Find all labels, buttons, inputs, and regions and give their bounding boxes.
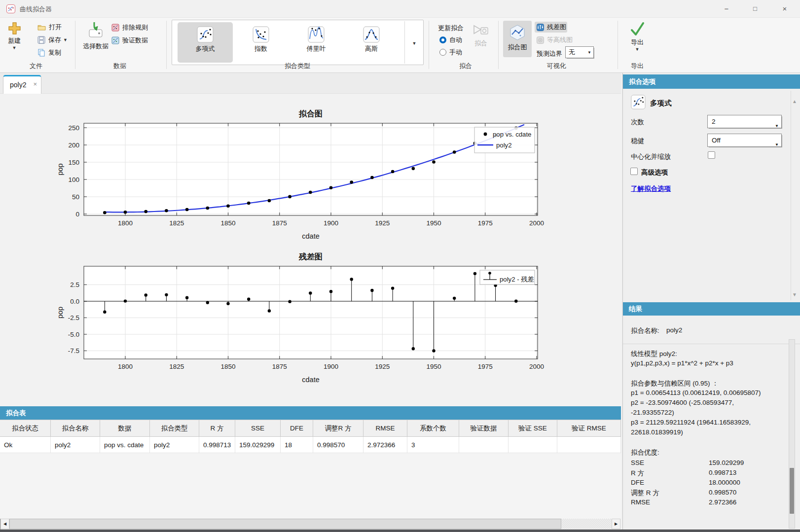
table-cell: 18 xyxy=(281,437,313,453)
residual-point xyxy=(453,297,456,300)
svg-text:pop vs. cdate: pop vs. cdate xyxy=(493,131,531,138)
fit-type-4-button[interactable]: 高斯 xyxy=(344,22,399,63)
new-label: 新建 xyxy=(4,36,25,45)
select-data-icon xyxy=(86,21,106,40)
open-button[interactable]: 打开 xyxy=(37,23,62,32)
table-horizontal-scrollbar[interactable]: ◀ ▶ xyxy=(0,519,620,529)
fit-table[interactable]: 拟合状态拟合名称数据拟合类型R 方SSEDFE调整R 方RMSE系数个数验证数据… xyxy=(0,420,621,519)
column-header[interactable]: 数据 xyxy=(100,420,150,437)
residuals-plot-toggle[interactable]: 残差图 xyxy=(535,22,567,33)
residual-point xyxy=(350,278,353,281)
column-header[interactable]: 验证数据 xyxy=(459,420,509,437)
export-button[interactable]: 导出 ▼ xyxy=(624,22,650,52)
svg-text:200: 200 xyxy=(68,142,79,149)
svg-text:1950: 1950 xyxy=(426,363,441,370)
app-window: 曲线拟合器 − □ × 新建 ▼ 打开 保存 ▼ 复制 文件 选择数据 xyxy=(0,0,800,532)
column-header[interactable]: 验证 RMSE xyxy=(557,420,621,437)
exclusion-rules-label: 排除规则 xyxy=(122,23,148,32)
fit-table-title: 拟合表 xyxy=(6,409,26,417)
column-header[interactable]: 调整R 方 xyxy=(313,420,364,437)
copy-button[interactable]: 复制 xyxy=(37,48,61,57)
residual-point xyxy=(206,301,209,304)
hscroll-thumb[interactable] xyxy=(9,519,561,529)
fit-plot-toggle[interactable]: 拟合图 xyxy=(503,21,532,57)
residual-point xyxy=(432,349,435,352)
table-cell: 0.998570 xyxy=(313,437,364,453)
fit-and-residual-plots[interactable]: 1800182518501875190019251950197520000501… xyxy=(0,94,621,406)
fit-type-gallery: 多项式指数傅里叶高斯 ▼ xyxy=(172,20,424,65)
ribbon-toolbar: 新建 ▼ 打开 保存 ▼ 复制 文件 选择数据 排除规则 验证数据 xyxy=(0,18,800,73)
exclusion-rules-icon xyxy=(111,24,119,32)
column-header[interactable]: 系数个数 xyxy=(407,420,459,437)
new-button[interactable]: 新建 ▼ xyxy=(4,22,25,50)
close-button[interactable]: × xyxy=(769,0,800,18)
exclusion-rules-button[interactable]: 排除规则 xyxy=(111,23,148,32)
svg-text:1925: 1925 xyxy=(375,219,390,227)
maximize-button[interactable]: □ xyxy=(741,0,769,18)
contour-plot-label: 等高线图 xyxy=(547,35,573,44)
column-header[interactable]: 拟合类型 xyxy=(150,420,199,437)
column-header[interactable]: R 方 xyxy=(199,420,235,437)
hscroll-left-button[interactable]: ◀ xyxy=(0,519,9,529)
table-cell xyxy=(509,437,557,453)
fit-type-1-button[interactable]: 多项式 xyxy=(178,22,233,63)
results-header: 结果 xyxy=(623,302,800,316)
column-header[interactable]: SSE xyxy=(235,420,281,437)
degree-select[interactable]: 2 ▼ xyxy=(707,115,782,128)
svg-text:cdate: cdate xyxy=(302,232,319,240)
select-data-button[interactable]: 选择数据 xyxy=(78,21,113,51)
fit-type-label: 指数 xyxy=(233,44,289,53)
svg-text:0.0: 0.0 xyxy=(70,298,79,305)
column-header[interactable]: DFE xyxy=(281,420,313,437)
column-header[interactable]: 拟合状态 xyxy=(0,420,51,437)
results-scrollbar-thumb[interactable] xyxy=(790,468,794,514)
prediction-bounds-select[interactable]: 无 ▼ xyxy=(565,46,594,58)
hscroll-right-button[interactable]: ▶ xyxy=(612,519,620,529)
export-dropdown-icon[interactable]: ▼ xyxy=(624,47,650,52)
auto-radio[interactable]: 自动 xyxy=(439,35,462,44)
svg-text:50: 50 xyxy=(72,193,79,201)
fit-plot-legend[interactable]: pop vs. cdatepoly2 xyxy=(474,127,535,153)
data-point xyxy=(165,209,168,213)
residual-point xyxy=(391,286,394,289)
options-scroll-down-icon[interactable]: ▼ xyxy=(792,292,797,297)
column-header[interactable]: 验证 SSE xyxy=(509,420,557,437)
degree-label: 次数 xyxy=(631,118,644,127)
new-dropdown-icon[interactable]: ▼ xyxy=(4,45,25,50)
residual-plot-legend[interactable]: poly2 - 残差 xyxy=(480,270,535,284)
save-dropdown[interactable]: ▼ xyxy=(63,37,68,42)
fit-type-2-button[interactable]: 指数 xyxy=(233,22,289,63)
data-point xyxy=(268,199,271,203)
column-header[interactable]: RMSE xyxy=(364,420,407,437)
fit-type-3-button[interactable]: 傅里叶 xyxy=(289,22,344,63)
table-row[interactable]: Okpoly2pop vs. cdatepoly20.998713159.029… xyxy=(0,437,621,453)
learn-fit-options-link[interactable]: 了解拟合选项 xyxy=(631,184,671,193)
minimize-button[interactable]: − xyxy=(712,0,741,18)
tab-poly2[interactable]: poly2 × xyxy=(3,75,41,94)
contour-plot-icon xyxy=(537,36,544,44)
center-scale-checkbox[interactable] xyxy=(708,151,715,159)
results-scrollbar[interactable] xyxy=(789,339,795,529)
svg-text:1975: 1975 xyxy=(478,363,493,370)
advanced-options-label: 高级选项 xyxy=(641,168,668,177)
validation-data-button[interactable]: 验证数据 xyxy=(111,36,148,45)
open-label: 打开 xyxy=(49,23,62,32)
residual-point xyxy=(103,311,106,314)
column-header[interactable]: 拟合名称 xyxy=(51,420,100,437)
robust-select[interactable]: Off ▼ xyxy=(707,134,782,147)
copy-icon xyxy=(37,49,45,57)
manual-radio[interactable]: 手动 xyxy=(439,48,462,57)
data-point xyxy=(206,207,210,210)
results-model-line: p3 = 21129.59211924 (19641.16583929, xyxy=(631,419,751,426)
results-model-line: 22618.01839919) xyxy=(631,428,683,436)
data-point xyxy=(309,191,312,194)
svg-text:-2.5: -2.5 xyxy=(68,314,79,321)
fit-type-gallery-dropdown[interactable]: ▼ xyxy=(405,20,424,65)
fit-run-icon xyxy=(472,24,490,37)
advanced-options-checkbox[interactable] xyxy=(630,168,638,175)
fit-plot-icon xyxy=(509,24,526,41)
residual-point xyxy=(412,347,415,350)
options-scroll-up-icon[interactable]: ▲ xyxy=(792,99,797,104)
save-button[interactable]: 保存 xyxy=(37,35,61,44)
tab-close-icon[interactable]: × xyxy=(33,80,37,88)
